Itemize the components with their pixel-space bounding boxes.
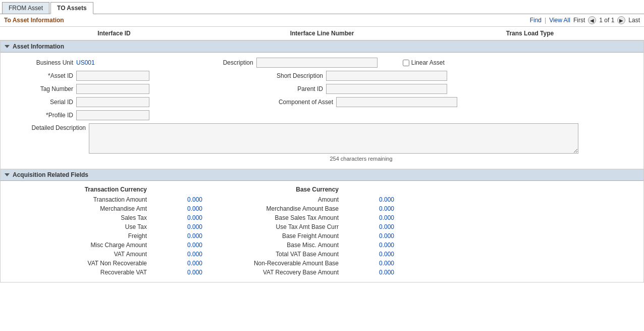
column-headers: Interface ID Interface Line Number Trans… [0,27,644,40]
acq-row-5: Misc Charge Amount 0.000 Base Misc. Amou… [1,241,643,250]
char-remaining-text: 254 characters remaining [89,156,633,162]
col-header-interface-line-number: Interface Line Number [218,30,426,37]
acq-value2-4: 0.000 [344,232,404,240]
section-title: To Asset Information [4,17,64,24]
detailed-description-textarea[interactable] [89,123,578,154]
acq-value1-3: 0.000 [152,223,212,230]
acq-label2-8: VAT Recovery Base Amount [233,269,344,276]
acq-label2-7: Non-Recoverable Amount Base [233,260,344,267]
collapse-icon [5,45,10,48]
asset-info-title[interactable]: Asset Information [1,41,643,53]
acq-label2-2: Base Sales Tax Amount [233,214,344,221]
acq-label1-7: VAT Non Recoverable [41,260,152,267]
acq-value1-0: 0.000 [152,196,212,203]
business-unit-value[interactable]: US001 [76,59,95,66]
acq-label2-0: Amount [233,196,344,203]
nav-sep1: | [545,17,546,24]
profile-id-input[interactable] [76,110,149,120]
tab-from-asset[interactable]: FROM Asset [2,2,49,14]
tag-number-label: Tag Number [11,85,76,92]
component-of-asset-input[interactable] [336,97,457,107]
acq-value1-7: 0.000 [152,260,212,267]
acq-value1-5: 0.000 [152,242,212,249]
acq-label1-5: Misc Charge Amount [41,242,152,249]
acq-label2-5: Base Misc. Amount [233,242,344,249]
asset-info-section: Asset Information Business Unit US001 De… [0,40,644,169]
acq-row-4: Freight 0.000 Base Freight Amount 0.000 [1,231,643,241]
short-description-label: Short Description [265,72,326,79]
profile-id-label: *Profile ID [11,112,76,119]
acq-label1-1: Merchandise Amt [41,205,152,212]
acq-label2-1: Merchandise Amount Base [233,205,344,212]
tabs-bar: FROM Asset TO Assets [0,0,644,14]
asset-info-label: Asset Information [13,43,64,50]
acq-value1-4: 0.000 [152,232,212,240]
acq-label1-6: VAT Amount [41,251,152,258]
acq-value2-5: 0.000 [344,242,404,249]
linear-asset-label: Linear Asset [411,59,445,66]
tag-number-input[interactable] [76,84,149,94]
acq-label2-3: Use Tax Amt Base Curr [233,223,344,230]
asset-id-label: *Asset ID [11,72,76,79]
transaction-currency-header: Transaction Currency [41,186,152,193]
acq-row-3: Use Tax 0.000 Use Tax Amt Base Curr 0.00… [1,222,643,231]
acquisition-rows: Transaction Amount 0.000 Amount 0.000 Me… [1,195,643,277]
right-nav: Find | View All First ◀ 1 of 1 ▶ Last [530,16,640,24]
acquisition-title[interactable]: Acquisition Related Fields [1,169,643,181]
component-of-asset-label: Component of Asset [265,99,336,106]
serial-id-input[interactable] [76,97,149,107]
acq-value2-1: 0.000 [344,205,404,212]
parent-id-input[interactable] [326,84,447,94]
acquisition-label: Acquisition Related Fields [13,171,88,178]
col-header-interface-id: Interface ID [10,30,218,37]
short-description-input[interactable] [326,71,447,81]
acq-label1-2: Sales Tax [41,214,152,221]
pagination-text: 1 of 1 [599,17,614,24]
first-label: First [573,17,585,24]
acq-value2-0: 0.000 [344,196,404,203]
acq-label1-3: Use Tax [41,223,152,230]
acq-value2-7: 0.000 [344,260,404,267]
base-currency-header: Base Currency [233,186,344,193]
acquisition-section: Acquisition Related Fields Transaction C… [0,169,644,282]
section-header-bar: To Asset Information Find | View All Fir… [0,14,644,27]
acq-label2-4: Base Freight Amount [233,232,344,240]
acq-value2-3: 0.000 [344,223,404,230]
acq-value2-6: 0.000 [344,251,404,258]
acq-row-8: Recoverable VAT 0.000 VAT Recovery Base … [1,268,643,277]
acq-value2-2: 0.000 [344,214,404,221]
acq-label1-4: Freight [41,232,152,240]
linear-asset-checkbox[interactable] [403,60,409,66]
last-label: Last [628,17,640,24]
description-input[interactable] [256,58,378,68]
acq-value1-2: 0.000 [152,214,212,221]
view-all-link[interactable]: View All [549,17,570,24]
asset-id-input[interactable] [76,71,149,81]
acq-label1-8: Recoverable VAT [41,269,152,276]
next-nav-arrow[interactable]: ▶ [617,16,625,24]
business-unit-label: Business Unit [11,59,76,66]
col-header-trans-load-type: Trans Load Type [426,30,634,37]
acq-value2-8: 0.000 [344,269,404,276]
acq-row-2: Sales Tax 0.000 Base Sales Tax Amount 0.… [1,213,643,222]
detailed-description-row: Detailed Description [11,123,633,154]
acq-row-0: Transaction Amount 0.000 Amount 0.000 [1,195,643,204]
acq-value1-6: 0.000 [152,251,212,258]
acq-row-6: VAT Amount 0.000 Total VAT Base Amount 0… [1,250,643,259]
tab-to-assets[interactable]: TO Assets [50,2,93,14]
collapse-icon-acq [5,173,10,176]
find-link[interactable]: Find [530,17,542,24]
acq-row-7: VAT Non Recoverable 0.000 Non-Recoverabl… [1,259,643,268]
acq-value1-8: 0.000 [152,269,212,276]
detailed-description-label: Detailed Description [11,123,89,131]
acq-row-1: Merchandise Amt 0.000 Merchandise Amount… [1,204,643,213]
parent-id-label: Parent ID [265,85,326,92]
acq-label1-0: Transaction Amount [41,196,152,203]
description-label: Description [211,59,256,66]
acq-value1-1: 0.000 [152,205,212,212]
prev-nav-arrow[interactable]: ◀ [588,16,596,24]
serial-id-label: Serial ID [11,99,76,106]
asset-info-content: Business Unit US001 Description Linear A… [1,53,643,169]
acq-label2-6: Total VAT Base Amount [233,251,344,258]
acquisition-content: Transaction Currency Base Currency Trans… [1,181,643,282]
